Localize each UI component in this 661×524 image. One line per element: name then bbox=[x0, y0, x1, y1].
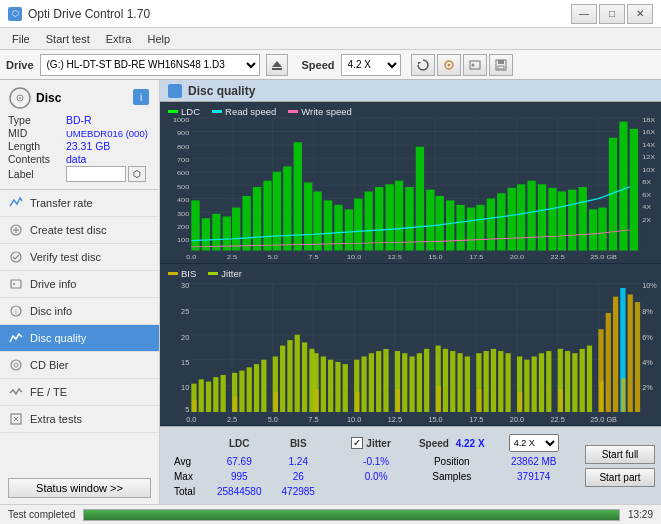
svg-rect-72 bbox=[416, 147, 424, 251]
svg-rect-175 bbox=[457, 353, 462, 412]
refresh-button[interactable] bbox=[411, 54, 435, 76]
svg-rect-202 bbox=[355, 392, 359, 412]
sidebar-item-drive-info[interactable]: Drive info bbox=[0, 271, 159, 298]
maximize-button[interactable]: □ bbox=[599, 4, 625, 24]
main-area: Disc i Type BD-R MID UMEBDR016 (000) bbox=[0, 80, 661, 504]
col-bis: BIS bbox=[273, 433, 323, 453]
disc-label-btn[interactable]: ⬡ bbox=[128, 166, 146, 182]
svg-rect-201 bbox=[314, 389, 318, 412]
legend-jitter: Jitter bbox=[208, 268, 242, 279]
sidebar-item-disc-info[interactable]: i Disc info bbox=[0, 298, 159, 325]
svg-text:10X: 10X bbox=[642, 166, 655, 172]
svg-point-24 bbox=[14, 363, 18, 367]
svg-rect-196 bbox=[628, 294, 633, 411]
drive-select[interactable]: (G:) HL-DT-ST BD-RE WH16NS48 1.D3 bbox=[40, 54, 260, 76]
svg-rect-179 bbox=[491, 349, 496, 412]
avg-ldc: 67.69 bbox=[207, 455, 271, 468]
disc-info-icon: i bbox=[8, 303, 24, 319]
svg-text:25.0 GB: 25.0 GB bbox=[590, 254, 617, 260]
svg-rect-142 bbox=[199, 379, 204, 412]
svg-text:5.0: 5.0 bbox=[268, 254, 278, 260]
svg-rect-148 bbox=[247, 367, 252, 412]
stats-table: LDC BIS Jitter Speed 4. bbox=[160, 427, 579, 504]
svg-rect-68 bbox=[375, 187, 383, 251]
save-button[interactable] bbox=[489, 54, 513, 76]
sidebar: Disc i Type BD-R MID UMEBDR016 (000) bbox=[0, 80, 160, 504]
legend-ldc: LDC bbox=[168, 106, 200, 117]
svg-rect-155 bbox=[302, 342, 307, 412]
svg-rect-171 bbox=[424, 349, 429, 412]
svg-rect-180 bbox=[498, 351, 503, 412]
svg-text:2%: 2% bbox=[642, 383, 653, 392]
avg-label: Avg bbox=[170, 455, 205, 468]
svg-text:300: 300 bbox=[177, 210, 189, 216]
svg-text:14X: 14X bbox=[642, 141, 655, 147]
eject-button[interactable] bbox=[266, 54, 288, 76]
disc-label-input[interactable] bbox=[66, 166, 126, 182]
menu-extra[interactable]: Extra bbox=[98, 31, 140, 47]
svg-point-4 bbox=[447, 63, 450, 66]
svg-rect-50 bbox=[191, 200, 199, 250]
status-window-button[interactable]: Status window >> bbox=[8, 478, 151, 498]
menu-start-test[interactable]: Start test bbox=[38, 31, 98, 47]
svg-rect-61 bbox=[304, 183, 312, 251]
speed-dropdown[interactable]: 4.2 X bbox=[509, 434, 559, 452]
close-button[interactable]: ✕ bbox=[627, 4, 653, 24]
svg-rect-77 bbox=[467, 208, 475, 251]
svg-text:6%: 6% bbox=[642, 333, 653, 342]
verify-test-disc-icon bbox=[8, 249, 24, 265]
sidebar-item-create-test-disc[interactable]: Create test disc bbox=[0, 217, 159, 244]
max-bis: 26 bbox=[273, 470, 323, 483]
settings-button2[interactable] bbox=[463, 54, 487, 76]
svg-rect-176 bbox=[465, 356, 470, 411]
svg-point-20 bbox=[13, 283, 15, 285]
svg-rect-63 bbox=[324, 200, 332, 250]
sidebar-item-cd-bier[interactable]: CD Bier bbox=[0, 352, 159, 379]
sidebar-item-label: Drive info bbox=[30, 278, 76, 290]
svg-text:2X: 2X bbox=[642, 216, 651, 222]
sidebar-item-verify-test-disc[interactable]: Verify test disc bbox=[0, 244, 159, 271]
sidebar-item-disc-quality[interactable]: Disc quality bbox=[0, 325, 159, 352]
svg-text:20.0: 20.0 bbox=[510, 254, 524, 260]
speed-select[interactable]: 4.2 X bbox=[341, 54, 401, 76]
svg-text:10: 10 bbox=[181, 383, 189, 392]
svg-rect-205 bbox=[477, 389, 481, 412]
sidebar-item-transfer-rate[interactable]: Transfer rate bbox=[0, 190, 159, 217]
jitter-checkbox[interactable] bbox=[351, 437, 363, 449]
svg-rect-154 bbox=[295, 335, 300, 412]
status-text: Test completed bbox=[8, 509, 75, 520]
menu-file[interactable]: File bbox=[4, 31, 38, 47]
svg-rect-147 bbox=[239, 371, 244, 412]
disc-quality-title: Disc quality bbox=[188, 84, 255, 98]
disc-type-label: Type bbox=[8, 114, 66, 126]
svg-text:18X: 18X bbox=[642, 116, 655, 122]
svg-text:15: 15 bbox=[181, 358, 189, 367]
sidebar-item-fe-te[interactable]: FE / TE bbox=[0, 379, 159, 406]
svg-rect-206 bbox=[518, 392, 522, 412]
sidebar-item-label: Verify test disc bbox=[30, 251, 101, 263]
sidebar-item-extra-tests[interactable]: Extra tests bbox=[0, 406, 159, 433]
svg-text:30: 30 bbox=[181, 281, 189, 290]
svg-rect-69 bbox=[385, 184, 393, 250]
svg-rect-166 bbox=[383, 349, 388, 412]
jitter-checkbox-container[interactable]: Jitter bbox=[351, 437, 401, 449]
minimize-button[interactable]: — bbox=[571, 4, 597, 24]
disc-quality-header: Disc quality bbox=[160, 80, 661, 102]
svg-rect-53 bbox=[223, 216, 231, 250]
start-part-button[interactable]: Start part bbox=[585, 468, 655, 487]
svg-point-12 bbox=[19, 97, 21, 99]
svg-rect-170 bbox=[417, 353, 422, 412]
svg-rect-209 bbox=[621, 378, 625, 412]
svg-rect-188 bbox=[565, 351, 570, 412]
app-title: Opti Drive Control 1.70 bbox=[28, 7, 150, 21]
start-full-button[interactable]: Start full bbox=[585, 445, 655, 464]
svg-text:0.0: 0.0 bbox=[186, 415, 196, 424]
svg-text:2.5: 2.5 bbox=[227, 254, 237, 260]
svg-rect-149 bbox=[254, 364, 259, 412]
menu-help[interactable]: Help bbox=[139, 31, 178, 47]
svg-rect-51 bbox=[202, 218, 210, 250]
svg-text:7.5: 7.5 bbox=[308, 254, 318, 260]
jitter-label: Jitter bbox=[366, 438, 390, 449]
settings-button1[interactable] bbox=[437, 54, 461, 76]
svg-rect-8 bbox=[498, 60, 504, 64]
